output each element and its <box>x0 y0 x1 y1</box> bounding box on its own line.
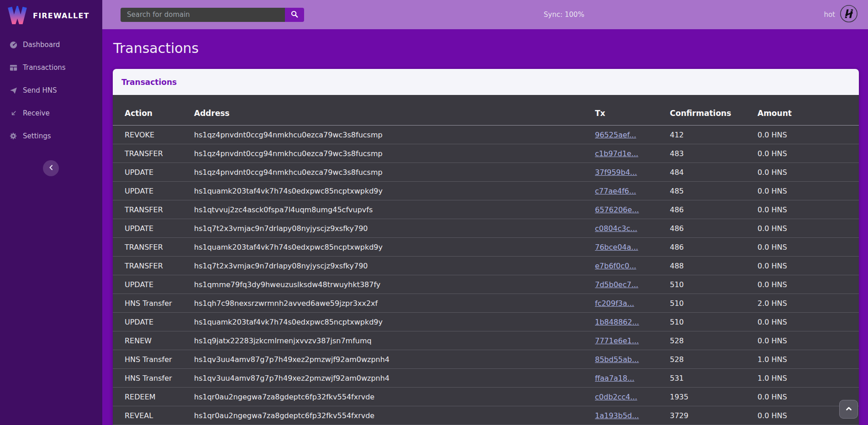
sidebar: FIREWALLET Dashboard <box>0 0 102 425</box>
confirmations-cell: 531 <box>670 369 758 388</box>
address-cell: hs1quamk203taf4vk7h74s0edxpwc85ncptxwpkd… <box>194 182 595 200</box>
address-cell: hs1quamk203taf4vk7h74s0edxpwc85ncptxwpkd… <box>194 313 595 331</box>
amount-cell: 1.0 HNS <box>758 350 859 369</box>
tx-link[interactable]: c0db2cc4... <box>595 393 637 401</box>
address-cell: hs1qz4pnvdnt0ccg94nmkhcu0ezca79wc3s8fucs… <box>194 126 595 144</box>
amount-cell: 0.0 HNS <box>758 200 859 219</box>
address-cell: hs1qz4pnvdnt0ccg94nmkhcu0ezca79wc3s8fucs… <box>194 144 595 163</box>
confirmations-cell: 484 <box>670 163 758 182</box>
confirmations-cell: 483 <box>670 144 758 163</box>
address-cell: hs1qz4pnvdnt0ccg94nmkhcu0ezca79wc3s8fucs… <box>194 163 595 182</box>
action-cell: TRANSFER <box>113 238 194 257</box>
tx-cell: 7d5b0ec7... <box>595 275 670 294</box>
card-title: Transactions <box>121 78 177 87</box>
transaction-row: UPDATEhs1qmme79fq3dy9hweuzuslksdw48trwuy… <box>113 275 859 294</box>
firewallet-logo-icon <box>7 6 27 26</box>
sidebar-item-send-hns[interactable]: Send HNS <box>0 79 102 102</box>
tx-cell: fc209f3a... <box>595 294 670 313</box>
action-cell: HNS Transfer <box>113 369 194 388</box>
domain-search <box>121 8 304 22</box>
scroll-to-top-button[interactable] <box>839 400 858 419</box>
address-cell: hs1qr0au2ngegwa7za8gdeptc6fp32fkv554fxrv… <box>194 406 595 425</box>
app-window: FIREWALLET Dashboard <box>0 0 868 425</box>
transaction-row: REVEALhs1qr0au2ngegwa7za8gdeptc6fp32fkv5… <box>113 406 859 425</box>
column-header-action: Action <box>113 95 194 126</box>
confirmations-cell: 485 <box>670 182 758 200</box>
domain-search-input[interactable] <box>121 8 285 22</box>
confirmations-cell: 412 <box>670 126 758 144</box>
tx-link[interactable]: 85bd55ab... <box>595 355 639 364</box>
sidebar-collapse-button[interactable] <box>43 160 59 176</box>
confirmations-cell: 3729 <box>670 406 758 425</box>
transaction-row: REDEEMhs1qr0au2ngegwa7za8gdeptc6fp32fkv5… <box>113 388 859 406</box>
tx-link[interactable]: fc209f3a... <box>595 299 634 308</box>
transaction-row: TRANSFERhs1qz4pnvdnt0ccg94nmkhcu0ezca79w… <box>113 144 859 163</box>
action-cell: TRANSFER <box>113 200 194 219</box>
confirmations-cell: 1935 <box>670 388 758 406</box>
sync-status: Sync: 100% <box>544 10 584 19</box>
tx-link[interactable]: 37f959b4... <box>595 168 637 177</box>
tx-link[interactable]: 6576206e... <box>595 205 639 214</box>
tx-cell: 37f959b4... <box>595 163 670 182</box>
tx-link[interactable]: ffaa7a18... <box>595 374 634 383</box>
tx-link[interactable]: 1b848862... <box>595 318 639 326</box>
action-cell: UPDATE <box>113 182 194 200</box>
sidebar-item-label: Receive <box>23 109 50 117</box>
tx-link[interactable]: 96525aef... <box>595 131 636 139</box>
transactions-table: Action Address Tx Confirmations Amount R… <box>113 95 859 425</box>
tx-link[interactable]: 76bce04a... <box>595 243 638 252</box>
tx-cell: e7b6f0c0... <box>595 257 670 275</box>
content-area: Transactions Transactions Action Address <box>102 29 868 425</box>
confirmations-cell: 528 <box>670 331 758 350</box>
amount-cell: 0.0 HNS <box>758 313 859 331</box>
search-button[interactable] <box>285 8 304 22</box>
brand: FIREWALLET <box>0 0 102 31</box>
sidebar-item-dashboard[interactable]: Dashboard <box>0 33 102 56</box>
action-cell: UPDATE <box>113 163 194 182</box>
transactions-card: Transactions Action Address Tx Confirm <box>113 69 859 425</box>
address-cell: hs1quamk203taf4vk7h74s0edxpwc85ncptxwpkd… <box>194 238 595 257</box>
address-cell: hs1q7t2x3vmjac9n7drlapy08nyjyscjz9xsfky7… <box>194 219 595 238</box>
confirmations-cell: 486 <box>670 219 758 238</box>
wallet-selector[interactable]: hot <box>824 5 858 25</box>
transaction-row: UPDATEhs1qz4pnvdnt0ccg94nmkhcu0ezca79wc3… <box>113 163 859 182</box>
tx-link[interactable]: 7771e6e1... <box>595 336 639 345</box>
amount-cell: 2.0 HNS <box>758 294 859 313</box>
transaction-row: HNS Transferhs1qv3uu4amv87g7p7h49xez2pmz… <box>113 350 859 369</box>
address-cell: hs1q9jatx22283jzkcmlrnenjxvvzv387jsn7mfu… <box>194 331 595 350</box>
sidebar-nav: Dashboard Transactions Send HNS <box>0 31 102 147</box>
tx-link[interactable]: 7d5b0ec7... <box>595 280 638 289</box>
tx-cell: c77ae4f6... <box>595 182 670 200</box>
confirmations-cell: 510 <box>670 313 758 331</box>
tx-link[interactable]: 1a193b5d... <box>595 411 639 420</box>
amount-cell: 0.0 HNS <box>758 144 859 163</box>
tx-link[interactable]: c0804c3c... <box>595 224 637 233</box>
column-header-amount: Amount <box>758 95 859 126</box>
chevron-left-icon <box>47 163 55 173</box>
sidebar-item-label: Send HNS <box>23 86 57 94</box>
handshake-logo-icon <box>840 5 858 25</box>
address-cell: hs1q7t2x3vmjac9n7drlapy08nyjyscjz9xsfky7… <box>194 257 595 275</box>
tx-link[interactable]: c77ae4f6... <box>595 187 636 195</box>
page-title: Transactions <box>113 40 859 56</box>
tx-link[interactable]: e7b6f0c0... <box>595 262 636 270</box>
sidebar-item-receive[interactable]: Receive <box>0 102 102 125</box>
sidebar-item-transactions[interactable]: Transactions <box>0 56 102 79</box>
confirmations-cell: 528 <box>670 350 758 369</box>
column-header-confirmations: Confirmations <box>670 95 758 126</box>
sidebar-item-settings[interactable]: Settings <box>0 125 102 147</box>
amount-cell: 0.0 HNS <box>758 126 859 144</box>
transaction-row: TRANSFERhs1qtvvuj2zc4asck0fspa7l4uqm8umg… <box>113 200 859 219</box>
action-cell: TRANSFER <box>113 144 194 163</box>
transaction-row: TRANSFERhs1q7t2x3vmjac9n7drlapy08nyjyscj… <box>113 257 859 275</box>
address-cell: hs1qtvvuj2zc4asck0fspa7l4uqm8umg45cfvupv… <box>194 200 595 219</box>
transaction-row: RENEWhs1q9jatx22283jzkcmlrnenjxvvzv387js… <box>113 331 859 350</box>
confirmations-cell: 486 <box>670 200 758 219</box>
tx-link[interactable]: c1b97d1e... <box>595 149 638 158</box>
action-cell: TRANSFER <box>113 257 194 275</box>
amount-cell: 0.0 HNS <box>758 163 859 182</box>
tx-cell: c0db2cc4... <box>595 388 670 406</box>
confirmations-cell: 488 <box>670 257 758 275</box>
action-cell: REVOKE <box>113 126 194 144</box>
amount-cell: 0.0 HNS <box>758 257 859 275</box>
